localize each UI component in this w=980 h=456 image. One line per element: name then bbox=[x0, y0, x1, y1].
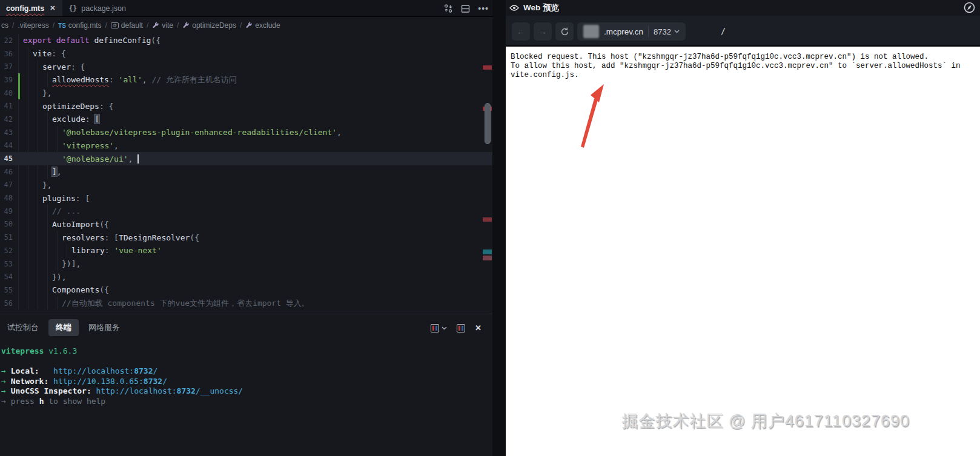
tab-config-mts[interactable]: config.mts ✕ bbox=[0, 0, 62, 16]
terminal-line: → Network: http://10.138.0.65:8732/ bbox=[1, 377, 494, 387]
eye-icon bbox=[509, 4, 519, 12]
text-cursor bbox=[137, 154, 139, 164]
line-number: 22 bbox=[0, 36, 18, 45]
code-line[interactable]: 53})], bbox=[0, 257, 492, 271]
close-tab-icon[interactable]: ✕ bbox=[48, 4, 56, 13]
code-line[interactable]: 46], bbox=[0, 165, 492, 179]
address-bar[interactable]: .mcprev.cn 8732 bbox=[577, 22, 686, 41]
terminal-token: /__unocss/ bbox=[196, 386, 243, 395]
web-ide: config.mts ✕ {} package.json bbox=[0, 0, 980, 456]
terminal-token: 8732 bbox=[144, 377, 162, 386]
line-number: 40 bbox=[0, 89, 18, 97]
code-line[interactable]: 47}, bbox=[0, 179, 492, 192]
code-line[interactable]: 43'@nolebase/vitepress-plugin-enhanced-r… bbox=[0, 126, 492, 139]
preview-viewport[interactable]: Blocked request. This host ("kzshmgqr-jz… bbox=[506, 47, 980, 456]
port-selector[interactable]: 8732 bbox=[654, 27, 680, 36]
split-editor-icon[interactable] bbox=[461, 4, 470, 13]
terminal-token: v1.6.3 bbox=[48, 346, 77, 355]
error-line: To allow this host, add "kzshmgqr-jz37ha… bbox=[511, 62, 980, 71]
code-line[interactable]: 56//自动加载 components 下的vue文件为组件，省去import … bbox=[0, 297, 492, 310]
code-line[interactable]: 54}), bbox=[0, 270, 492, 283]
indent-guides bbox=[18, 179, 42, 192]
code-token: , bbox=[57, 167, 62, 176]
code-line[interactable]: 36vite: { bbox=[0, 47, 492, 61]
code-line[interactable]: 52library: 'vue-next' bbox=[0, 244, 492, 257]
code-editor[interactable]: 22export default defineConfig({36vite: {… bbox=[0, 34, 492, 314]
forward-button[interactable]: → bbox=[534, 22, 552, 41]
breadcrumb-item-config-mts[interactable]: TSconfig.mts bbox=[58, 21, 101, 30]
panel-tab-终端[interactable]: 终端 bbox=[48, 319, 79, 336]
code-token: resolvers bbox=[62, 233, 104, 242]
pane-splitter[interactable] bbox=[492, 0, 506, 456]
panel-tab-bar: 试控制台终端网络服务 ✕ bbox=[0, 319, 492, 337]
breadcrumb-item-vite[interactable]: vite bbox=[152, 21, 173, 30]
code-line[interactable]: 51resolvers: [TDesignResolver({ bbox=[0, 231, 492, 244]
terminal-output[interactable]: vitepress v1.6.3 → Local: http://localho… bbox=[1, 346, 494, 407]
code-line[interactable]: 50AutoImport({ bbox=[0, 218, 492, 231]
code-line[interactable]: 44'vitepress', bbox=[0, 139, 492, 153]
breadcrumb-item-cs[interactable]: cs bbox=[1, 21, 8, 30]
terminal-token: http://localhost: bbox=[91, 386, 177, 395]
indent-guides bbox=[18, 205, 52, 218]
code-token: 'vitepress' bbox=[62, 141, 114, 150]
line-number: 39 bbox=[0, 76, 18, 84]
code-line[interactable]: 41optimizeDeps: { bbox=[0, 99, 492, 113]
breadcrumb-separator: / bbox=[147, 21, 148, 30]
breadcrumb-separator: / bbox=[105, 21, 107, 30]
wrench-icon bbox=[152, 22, 159, 29]
split-terminal-icon[interactable] bbox=[431, 324, 447, 332]
panel-tab-试控制台[interactable]: 试控制台 bbox=[0, 319, 46, 336]
tab-package-json[interactable]: {} package.json bbox=[62, 0, 132, 16]
breadcrumb-label: .vitepress bbox=[18, 21, 48, 30]
code-line[interactable]: 37server: { bbox=[0, 60, 492, 73]
more-actions-icon[interactable]: ••• bbox=[478, 5, 489, 12]
open-in-browser-icon[interactable] bbox=[964, 2, 975, 16]
editor-scrollbar[interactable] bbox=[485, 103, 491, 144]
code-token: ({ bbox=[190, 233, 199, 242]
code-line[interactable]: 42exclude: [ bbox=[0, 113, 492, 126]
code-token: , bbox=[142, 75, 152, 84]
breadcrumb-item-exclude[interactable]: exclude bbox=[245, 21, 280, 30]
code-line[interactable]: 39allowedHosts: 'all', // 允许所有主机名访问 bbox=[0, 73, 492, 87]
panel-tabs: 试控制台终端网络服务 bbox=[0, 319, 130, 336]
line-number: 54 bbox=[0, 273, 18, 281]
code-token: })], bbox=[62, 259, 81, 268]
compare-changes-icon[interactable] bbox=[443, 4, 453, 13]
line-number: 53 bbox=[0, 260, 18, 268]
code-line[interactable]: 22export default defineConfig({ bbox=[0, 34, 492, 47]
breadcrumb-label: config.mts bbox=[68, 21, 102, 30]
code-token: : bbox=[105, 246, 114, 255]
code-token: library bbox=[71, 246, 105, 255]
breadcrumb-separator: / bbox=[53, 21, 55, 30]
code-line[interactable]: 45'@nolebase/ui', bbox=[0, 152, 492, 165]
line-number: 45 bbox=[0, 154, 18, 163]
line-number: 56 bbox=[0, 299, 18, 308]
code-line[interactable]: 55Components({ bbox=[0, 283, 492, 297]
code-token: defineConfig bbox=[94, 36, 151, 45]
tab-label: config.mts bbox=[6, 4, 44, 13]
indent-guides bbox=[18, 34, 23, 47]
split-panel-icon[interactable] bbox=[457, 324, 465, 332]
indent-guides bbox=[18, 47, 33, 61]
code-token: exclude bbox=[52, 114, 85, 124]
breadcrumb-item-optimizedeps[interactable]: optimizeDeps bbox=[182, 21, 236, 30]
terminal-token: → bbox=[1, 377, 11, 386]
code-line[interactable]: 48plugins: [ bbox=[0, 191, 492, 205]
refresh-button[interactable] bbox=[555, 22, 574, 41]
code-token: plugins bbox=[42, 194, 76, 203]
breadcrumb-item-default[interactable]: @default bbox=[111, 21, 143, 30]
back-button[interactable]: ← bbox=[512, 22, 530, 41]
ruler-error-mark bbox=[483, 65, 492, 70]
bottom-panel: 试控制台终端网络服务 ✕ vitepress v1.6.3 → Local: h… bbox=[0, 315, 492, 456]
code-token: : [ bbox=[104, 233, 118, 242]
error-line: Blocked request. This host ("kzshmgqr-jz… bbox=[511, 53, 980, 62]
panel-tab-网络服务[interactable]: 网络服务 bbox=[81, 319, 127, 336]
breadcrumb-label: cs bbox=[1, 21, 8, 30]
code-line[interactable]: 40}, bbox=[0, 87, 492, 100]
breadcrumb-item--vitepress[interactable]: .vitepress bbox=[18, 21, 48, 30]
code-lines: 22export default defineConfig({36vite: {… bbox=[0, 34, 492, 309]
close-panel-icon[interactable]: ✕ bbox=[475, 323, 482, 332]
code-line[interactable]: 49// ... bbox=[0, 205, 492, 218]
indent-guides bbox=[18, 113, 52, 126]
terminal-token: / bbox=[162, 377, 167, 386]
